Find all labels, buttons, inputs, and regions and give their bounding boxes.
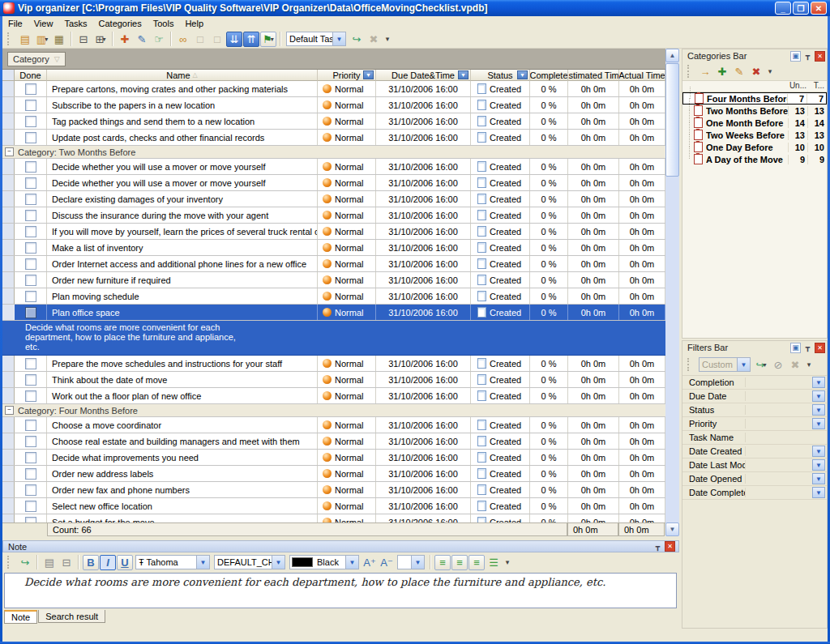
toolbar-grip[interactable] — [7, 32, 13, 45]
menu-file[interactable]: File — [2, 17, 28, 30]
column-header-done[interactable]: Done — [15, 70, 47, 81]
new-note-icon[interactable]: ▤ — [17, 32, 33, 47]
clear-filter-icon[interactable]: ⊘ — [770, 357, 786, 373]
category-row[interactable]: −Category: Four Months Before — [2, 404, 665, 417]
chevron-down-icon[interactable]: ▾ — [763, 361, 766, 369]
tab-note[interactable]: Note — [4, 610, 37, 624]
filter-row-priority[interactable]: Priority▼ — [682, 417, 827, 431]
task-row[interactable]: Plan moving scheduleNormal31/10/2006 16:… — [2, 288, 665, 305]
task-row[interactable]: Decide whether you will use a mover or m… — [2, 159, 665, 175]
task-row[interactable]: Prepare cartons, moving crates and other… — [2, 81, 665, 97]
task-checkbox[interactable] — [25, 420, 36, 431]
apply-view-icon[interactable]: ↪ — [349, 32, 365, 47]
chevron-down-icon[interactable]: ▼ — [345, 556, 358, 569]
task-checkbox[interactable] — [25, 390, 36, 402]
scroll-down-icon[interactable]: ▼ — [665, 522, 679, 536]
filter-chevron-icon[interactable]: ▼ — [363, 70, 374, 79]
column-header-due-date-time[interactable]: Due Date&Time▼ — [376, 70, 471, 81]
task-checkbox[interactable] — [25, 161, 36, 173]
charset-combo[interactable]: DEFAULT_CHAR▼ — [214, 555, 285, 569]
task-checkbox[interactable] — [25, 100, 36, 111]
task-checkbox[interactable] — [25, 358, 36, 369]
filter-row-date-opened[interactable]: Date Opened▼ — [682, 472, 827, 486]
task-row[interactable]: Order Internet access and additional pho… — [2, 256, 665, 272]
collapse-all-icon[interactable]: ⇈ — [243, 32, 259, 47]
column-header-priority[interactable]: Priority▼ — [318, 70, 376, 81]
task-row[interactable]: Think about the date of moveNormal31/10/… — [2, 372, 665, 388]
note-text-area[interactable]: Decide what rooms are more convenient fo… — [4, 573, 677, 608]
edit-category-icon[interactable]: ✎ — [731, 64, 747, 79]
chevron-down-icon[interactable]: ▼ — [272, 556, 285, 569]
new-database-icon[interactable]: ▥▾ — [34, 32, 50, 47]
underline-icon[interactable]: U — [117, 555, 133, 570]
task-view-combo[interactable]: Default Task V▼ — [286, 32, 346, 46]
align-left-icon[interactable]: ≡ — [434, 555, 451, 570]
edit-task-icon[interactable]: ✎ — [134, 32, 150, 47]
filter-dropdown-icon[interactable]: ▼ — [812, 418, 825, 429]
task-row[interactable]: Work out the a floor plan of new officeN… — [2, 388, 665, 404]
close-button[interactable]: ✕ — [811, 2, 827, 15]
task-row[interactable]: Subscribe to the papers in a new locatio… — [2, 97, 665, 113]
group-by-category-chip[interactable]: Category ▽ — [7, 52, 66, 66]
menu-help[interactable]: Help — [179, 17, 209, 30]
grid-scrollbar[interactable]: ▲ ▼ — [665, 49, 679, 536]
open-category-icon[interactable]: → — [697, 64, 713, 79]
menu-view[interactable]: View — [28, 17, 59, 30]
bold-icon[interactable]: B — [83, 555, 99, 570]
category-item[interactable]: A Day of the Move99 — [682, 153, 827, 165]
task-row[interactable]: Update post cards, checks and other fina… — [2, 130, 665, 146]
font-grow-icon[interactable]: A⁺ — [362, 555, 378, 570]
menu-tasks[interactable]: Tasks — [58, 17, 92, 30]
scroll-thumb[interactable] — [665, 63, 679, 177]
task-checkbox[interactable] — [25, 177, 36, 189]
panel-float-icon[interactable]: ▣ — [790, 51, 801, 62]
scroll-up-icon[interactable]: ▲ — [665, 49, 679, 62]
delete-category-icon[interactable]: ✖ — [748, 64, 764, 79]
print-icon[interactable]: ⊟ — [75, 32, 92, 47]
tab-search-result[interactable]: Search result — [38, 610, 105, 623]
task-checkbox[interactable] — [25, 242, 36, 254]
save-icon[interactable]: ▦ — [51, 32, 67, 47]
chevron-down-icon[interactable]: ▾ — [271, 36, 274, 43]
filter-dropdown-icon[interactable]: ▼ — [812, 377, 825, 388]
task-checkbox[interactable] — [25, 501, 36, 512]
collapse-icon[interactable]: − — [5, 406, 14, 415]
filter-row-date-last-modified[interactable]: Date Last Modified▼ — [682, 458, 827, 472]
category-item[interactable]: One Month Before1414 — [682, 117, 827, 129]
category-item[interactable]: Four Months Before77 — [682, 92, 827, 104]
task-row[interactable]: Tag packed things and send them to a new… — [2, 113, 665, 130]
note-toolbar-options-icon[interactable]: ▾ — [503, 555, 512, 570]
task-row[interactable]: Order new address labelsNormal31/10/2006… — [2, 466, 665, 482]
col-uncompleted[interactable]: Un... — [787, 81, 806, 92]
task-checkbox[interactable] — [25, 194, 36, 205]
filter-preset-combo[interactable]: Custom▼ — [699, 357, 751, 372]
print-note-icon[interactable]: ⊟ — [58, 555, 75, 570]
task-checkbox[interactable] — [25, 468, 36, 480]
task-row[interactable]: Choose a move coordinatorNormal31/10/200… — [2, 417, 665, 433]
italic-icon[interactable]: I — [100, 555, 116, 570]
task-checkbox[interactable] — [25, 484, 36, 496]
print-preview-icon[interactable]: ⊞▾ — [92, 32, 109, 47]
align-center-icon[interactable]: ≡ — [451, 555, 468, 570]
task-row[interactable]: Declare existing damages of your invento… — [2, 191, 665, 207]
panel-pin-icon[interactable]: ┳ — [652, 541, 663, 552]
bullet-list-icon[interactable]: ☰ — [486, 555, 502, 570]
task-row[interactable]: Prepare the move schedules and instructi… — [2, 356, 665, 372]
column-header-estimated-time[interactable]: Estimated Time — [568, 70, 619, 81]
filter-row-date-completed[interactable]: Date Completed▼ — [682, 486, 827, 500]
panel-pin-icon[interactable]: ┳ — [802, 51, 813, 62]
task-checkbox[interactable] — [25, 258, 36, 270]
filters-options-icon[interactable]: ▾ — [804, 357, 814, 373]
task-checkbox[interactable] — [25, 307, 36, 318]
task-checkbox[interactable] — [25, 291, 36, 302]
task-checkbox[interactable] — [25, 275, 36, 286]
minimize-button[interactable]: _ — [775, 2, 791, 15]
filter-row-due-date[interactable]: Due Date▼ — [682, 390, 827, 403]
task-row[interactable]: Order new fax and phone numbersNormal31/… — [2, 482, 665, 498]
chevron-down-icon[interactable]: ▼ — [196, 556, 209, 569]
column-header-name[interactable]: Name△ — [47, 70, 318, 81]
task-checkbox[interactable] — [25, 226, 36, 237]
filter-dropdown-icon[interactable]: ▼ — [812, 473, 825, 484]
toolbar-grip[interactable] — [687, 358, 693, 371]
color-combo[interactable]: Black▼ — [289, 555, 359, 569]
